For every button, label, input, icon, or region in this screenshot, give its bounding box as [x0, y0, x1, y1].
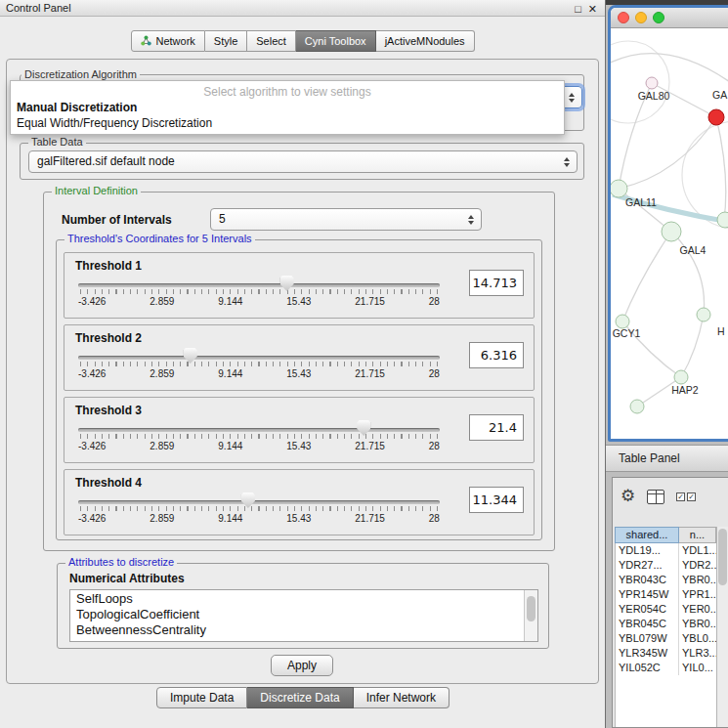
checkbox-group — [676, 492, 696, 501]
list-scrollbar[interactable] — [524, 590, 537, 641]
gear-icon[interactable]: ⚙ — [621, 487, 635, 506]
threshold-slider[interactable] — [78, 276, 440, 293]
tab-label: Network — [155, 35, 194, 47]
network-node[interactable] — [697, 308, 710, 321]
slider-scale: -3.4262.8599.14415.4321.71528 — [78, 368, 440, 379]
checkbox-icon[interactable] — [687, 492, 696, 501]
tab-cyni-toolbox[interactable]: Cyni Toolbox — [296, 30, 376, 52]
node-label: HAP2 — [671, 384, 699, 396]
table-row[interactable]: YLR345WYLR3... — [616, 646, 716, 661]
table-cell: YBL079W — [616, 631, 679, 646]
attribute-list-item[interactable]: TopologicalCoefficient — [70, 607, 524, 622]
table-row[interactable]: YBR045CYBR0... — [616, 617, 716, 631]
threshold-slider[interactable] — [78, 492, 440, 510]
scale-label: -3.426 — [78, 296, 106, 307]
network-window-titlebar[interactable] — [611, 8, 728, 28]
table-row[interactable]: YBL079WYBL0... — [616, 631, 716, 646]
tab-select[interactable]: Select — [247, 30, 296, 52]
checkbox-icon[interactable] — [676, 492, 685, 501]
network-view-window[interactable]: GAL80 GA GAL11 GAL4 GCY1 H HAP2 — [608, 5, 728, 442]
scale-label: 9.144 — [218, 296, 242, 307]
network-node[interactable] — [646, 77, 658, 89]
slider-scale: -3.4262.8599.14415.4321.71528 — [78, 296, 440, 307]
network-node[interactable] — [611, 180, 627, 197]
scale-label: 2.859 — [150, 368, 174, 379]
threshold-value-field[interactable]: 21.4 — [469, 414, 524, 441]
dropdown-option-equal-width[interactable]: Equal Width/Frequency Discretization — [11, 115, 564, 131]
combo-stepper-icon — [468, 215, 474, 225]
close-icon[interactable]: ✕ — [588, 1, 597, 17]
network-node[interactable] — [662, 222, 681, 241]
dropdown-option-manual[interactable]: Manual Discretization — [11, 100, 564, 115]
minimize-traffic-light-icon[interactable] — [635, 12, 647, 23]
network-canvas[interactable]: GAL80 GA GAL11 GAL4 GCY1 H HAP2 — [611, 28, 728, 438]
attribute-list-item[interactable]: BetweennessCentrality — [70, 622, 524, 638]
slider-track — [78, 283, 440, 287]
thresholds-group-title: Threshold's Coordinates for 5 Intervals — [64, 233, 255, 244]
bottom-tab-bar: Impute Data Discretize Data Infer Networ… — [0, 687, 606, 708]
right-column: GAL80 GA GAL11 GAL4 GCY1 H HAP2 Table Pa… — [606, 0, 728, 728]
float-window-icon[interactable]: □ — [575, 1, 581, 17]
apply-button[interactable]: Apply — [271, 655, 333, 676]
column-header-name[interactable]: n... — [679, 527, 716, 543]
table-cell: YBR045C — [616, 617, 679, 631]
tab-discretize-data[interactable]: Discretize Data — [247, 687, 353, 708]
table-cell: YLR345W — [616, 646, 679, 661]
threshold-value-field[interactable]: 6.316 — [469, 342, 524, 368]
scrollbar-thumb[interactable] — [718, 529, 727, 585]
scale-label: 28 — [429, 513, 440, 524]
table-cell: YBR0... — [679, 573, 716, 587]
network-node-selected[interactable] — [708, 109, 724, 125]
threshold-value-field[interactable]: 11.344 — [469, 487, 524, 513]
table-row[interactable]: YIL052CYIL0... — [616, 661, 716, 675]
network-icon — [141, 35, 151, 48]
thresholds-group: Threshold's Coordinates for 5 Intervals … — [56, 239, 542, 540]
node-label: GCY1 — [613, 327, 641, 339]
tab-network[interactable]: Network — [131, 30, 204, 52]
scale-label: 9.144 — [218, 513, 242, 524]
network-node[interactable] — [616, 315, 629, 328]
scale-label: 9.144 — [218, 368, 242, 379]
tab-style[interactable]: Style — [205, 30, 247, 52]
columns-icon[interactable] — [647, 490, 664, 504]
column-header-shared[interactable]: shared... — [615, 527, 679, 543]
scale-label: 21.715 — [355, 368, 385, 379]
table-row[interactable]: YBR043CYBR0... — [616, 573, 716, 587]
threshold-slider[interactable] — [78, 348, 440, 365]
table-panel-titlebar[interactable]: Table Panel — [606, 445, 728, 472]
table-row[interactable]: YDR27...YDR2... — [616, 558, 716, 573]
threshold-4-panel: Threshold 4 -3.4262.8599.14415.4321.7152… — [64, 469, 535, 535]
network-node[interactable] — [717, 212, 728, 228]
tab-impute-data[interactable]: Impute Data — [156, 687, 247, 708]
scale-label: -3.426 — [78, 441, 106, 451]
close-traffic-light-icon[interactable] — [618, 12, 629, 23]
network-node[interactable] — [630, 400, 644, 413]
attribute-list-item[interactable]: SelfLoops — [70, 591, 524, 607]
scale-label: 2.859 — [150, 296, 174, 307]
table-cell: YDL19... — [616, 543, 679, 558]
table-row[interactable]: YER054CYER0... — [616, 602, 716, 617]
dropdown-option-placeholder[interactable]: Select algorithm to view settings — [11, 84, 564, 100]
threshold-label: Threshold 2 — [75, 331, 142, 345]
network-node[interactable] — [674, 370, 688, 384]
window-titlebar[interactable]: Control Panel □ ✕ — [0, 0, 605, 17]
tab-jactivemnodules[interactable]: jActiveMNodules — [376, 30, 475, 52]
threshold-1-panel: Threshold 1 -3.4262.8599.14415.4321.7152… — [64, 252, 535, 319]
threshold-value-field[interactable]: 14.713 — [469, 270, 524, 296]
scrollbar-thumb[interactable] — [527, 596, 535, 621]
table-scrollbar[interactable] — [716, 527, 728, 727]
table-row[interactable]: YDL19...YDL1... — [616, 543, 716, 558]
table-data-combo[interactable]: galFiltered.sif default node — [28, 150, 578, 173]
numerical-attributes-heading: Numerical Attributes — [69, 572, 185, 585]
scale-label: 28 — [429, 441, 440, 451]
attributes-group-title: Attributes to discretize — [65, 556, 177, 568]
threshold-slider[interactable] — [78, 420, 440, 438]
table-cell: YLR3... — [679, 646, 716, 661]
zoom-traffic-light-icon[interactable] — [653, 12, 664, 23]
slider-scale: -3.4262.8599.14415.4321.71528 — [78, 441, 440, 451]
scale-label: 15.43 — [286, 296, 311, 307]
tab-infer-network[interactable]: Infer Network — [354, 687, 450, 708]
number-of-intervals-combo[interactable]: 5 — [210, 208, 482, 231]
table-row[interactable]: YPR145WYPR1... — [616, 587, 716, 602]
table-data-combo-value: galFiltered.sif default node — [37, 154, 175, 168]
